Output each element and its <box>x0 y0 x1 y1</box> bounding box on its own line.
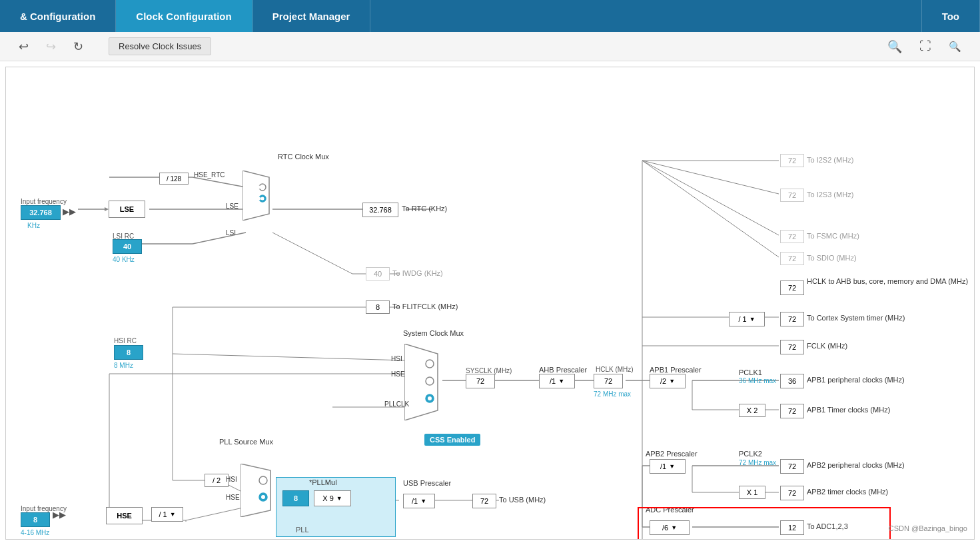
usb-value[interactable]: 72 <box>472 494 496 508</box>
cortex-label: To Cortex System timer (MHz) <box>807 314 905 322</box>
redo-button[interactable]: ↪ <box>41 37 61 57</box>
svg-line-55 <box>186 507 246 520</box>
pllclk-sys-label: PLLCLK <box>384 400 409 408</box>
pll-hse-label: HSE <box>226 494 240 501</box>
ahb-prescaler-label: AHB Prescaler <box>539 366 587 374</box>
hse-rtc-label: HSE_RTC <box>194 171 225 179</box>
pll-hsi-label: HSI <box>226 476 237 483</box>
resolve-clock-button[interactable]: Resolve Clock Issues <box>109 37 211 55</box>
svg-point-67 <box>258 197 261 201</box>
adc-prescaler-select[interactable]: /6 ▼ <box>650 520 690 535</box>
apb2-prescaler-label: APB2 Prescaler <box>646 450 698 458</box>
svg-line-30 <box>642 161 779 257</box>
main-content: Input frequency 32.768 KHz ▶▶ LSE LSI RC… <box>5 67 975 540</box>
apb2-prescaler-select[interactable]: /1 ▼ <box>650 459 686 474</box>
svg-point-73 <box>428 396 432 400</box>
clock-diagram: Input frequency 32.768 KHz ▶▶ LSE LSI RC… <box>6 67 974 539</box>
apb2-timer-mult: X 1 <box>739 486 765 499</box>
lse-box[interactable]: LSE <box>109 201 145 218</box>
input-freq-1-value[interactable]: 32.768 <box>21 205 61 220</box>
i2s3-label: To I2S3 (MHz) <box>807 191 853 199</box>
fsmc-value: 72 <box>780 230 804 243</box>
input-arrow-1: ▶▶ <box>63 207 76 217</box>
refresh-button[interactable]: ↻ <box>68 37 89 57</box>
svg-point-66 <box>258 186 261 189</box>
svg-line-4 <box>193 233 246 244</box>
fclk-label: FCLK (MHz) <box>807 342 847 350</box>
nav-project-manager[interactable]: Project Manager <box>252 0 371 32</box>
lsi-rc-unit: 40 KHz <box>113 256 135 263</box>
usb-prescaler-select[interactable]: /1 ▼ <box>403 494 435 508</box>
svg-line-29 <box>642 161 779 235</box>
nav-tools[interactable]: Too <box>921 0 980 32</box>
pll-mul-select[interactable]: X 9 ▼ <box>314 490 351 506</box>
hclk-ahb-label: HCLK to AHB bus, core, memory and DMA (M… <box>807 277 968 285</box>
lsi-mux-label: LSI <box>226 229 236 237</box>
pclk1-max: 36 MHz max <box>739 377 776 384</box>
sysclk-value[interactable]: 72 <box>466 374 495 388</box>
iwdg-label: To IWDG (KHz) <box>392 269 443 277</box>
adc-result-value[interactable]: 12 <box>780 520 804 535</box>
css-badge[interactable]: CSS Enabled <box>424 434 480 446</box>
hclk-label: HCLK (MHz) <box>596 366 634 373</box>
cortex-div-select[interactable]: / 1 ▼ <box>729 312 765 326</box>
sys-clk-mux-shape[interactable] <box>404 344 444 420</box>
hclk-value[interactable]: 72 <box>594 374 623 388</box>
lsi-rc-value[interactable]: 40 <box>113 239 142 254</box>
zoom-out-button[interactable]: 🔍 <box>943 38 967 55</box>
apb1-peri-value[interactable]: 36 <box>780 374 804 388</box>
apb2-peri-label: APB2 peripheral clocks (MHz) <box>807 461 905 469</box>
sdio2-value: 72 <box>780 252 804 265</box>
sdio2-label: To SDIO (MHz) <box>807 254 857 262</box>
nav-configuration[interactable]: & Configuration <box>0 0 116 32</box>
i2s3-value: 72 <box>780 189 804 202</box>
fclk-value[interactable]: 72 <box>780 340 804 354</box>
hse-box[interactable]: HSE <box>106 507 143 524</box>
toolbar: ↩ ↪ ↻ Resolve Clock Issues 🔍 ⛶ 🔍 <box>0 32 980 61</box>
svg-line-8 <box>193 177 246 187</box>
apb1-timer-value[interactable]: 72 <box>780 404 804 418</box>
usb-prescaler-label: USB Prescaler <box>403 479 451 487</box>
apb1-prescaler-label: APB1 Prescaler <box>650 366 702 374</box>
pllmul-label: *PLLMul <box>309 478 337 486</box>
hsi-rc-value[interactable]: 8 <box>114 345 143 360</box>
input-freq-2-value[interactable]: 8 <box>21 512 50 527</box>
i2s2-value: 72 <box>780 154 804 167</box>
hse-div1-select[interactable]: / 1 ▼ <box>151 507 183 522</box>
apb1-timer-label: APB1 Timer clocks (MHz) <box>807 406 890 414</box>
hsi-rc-unit: 8 MHz <box>114 362 133 369</box>
hsi-sys-label: HSI <box>391 355 402 362</box>
input-freq-2-unit: 4-16 MHz <box>21 529 49 536</box>
input-freq-1-label: Input frequency <box>21 198 67 205</box>
i2s2-label: To I2S2 (MHz) <box>807 156 853 164</box>
hse-div128: / 128 <box>159 173 189 185</box>
undo-button[interactable]: ↩ <box>13 37 34 57</box>
svg-line-28 <box>642 161 779 194</box>
svg-marker-63 <box>243 171 269 221</box>
watermark: CSDN @Bazinga_bingo <box>889 524 967 532</box>
flitfclk-value[interactable]: 8 <box>366 300 390 314</box>
hsi-rc-label: HSI RC <box>114 337 137 344</box>
svg-line-11 <box>272 233 352 274</box>
zoom-in-button[interactable]: 🔍 <box>882 37 907 57</box>
pll-source-mux-shape[interactable] <box>241 464 277 517</box>
rtc-output-value[interactable]: 32.768 <box>362 203 398 217</box>
svg-marker-74 <box>241 464 270 517</box>
expand-button[interactable]: ⛶ <box>914 37 937 56</box>
apb1-peri-label: APB1 peripheral clocks (MHz) <box>807 376 905 384</box>
apb1-timer-mult: X 2 <box>739 404 765 417</box>
rtc-mux-shape[interactable] <box>243 171 276 221</box>
cortex-value[interactable]: 72 <box>780 312 804 326</box>
svg-line-15 <box>173 354 406 360</box>
pll-value[interactable]: 8 <box>282 490 309 506</box>
pclk2-max: 72 MHz max <box>739 459 776 466</box>
pclk2-label: PCLK2 <box>739 450 762 458</box>
hclk-ahb-value[interactable]: 72 <box>780 280 804 295</box>
ahb-prescaler-select[interactable]: /1 ▼ <box>539 374 575 388</box>
svg-point-77 <box>261 495 265 499</box>
svg-point-71 <box>426 377 434 385</box>
apb1-prescaler-select[interactable]: /2 ▼ <box>650 374 686 388</box>
apb2-timer-value[interactable]: 72 <box>780 486 804 500</box>
nav-clock-config[interactable]: Clock Configuration <box>116 0 252 32</box>
apb2-peri-value[interactable]: 72 <box>780 459 804 474</box>
